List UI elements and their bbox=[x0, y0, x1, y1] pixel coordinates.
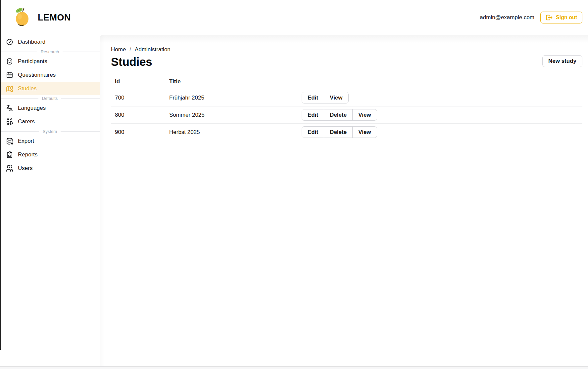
sign-out-button[interactable]: Sign out bbox=[540, 12, 582, 23]
row-actions: Edit Delete View bbox=[302, 126, 377, 138]
new-study-button[interactable]: New study bbox=[542, 55, 582, 67]
cell-id: 900 bbox=[111, 124, 165, 141]
table-row: 700 Frühjahr 2025 Edit View bbox=[111, 89, 582, 106]
sidebar-section-research: Research bbox=[0, 49, 100, 55]
sidebar: Dashboard Research Participants bbox=[0, 35, 100, 367]
clipboard-chart-icon bbox=[6, 151, 14, 159]
calendar-icon bbox=[6, 71, 14, 79]
sidebar-item-label: Participants bbox=[18, 58, 47, 65]
brand: LEMON bbox=[15, 7, 71, 28]
gauge-icon bbox=[6, 38, 14, 46]
logout-icon bbox=[546, 14, 553, 21]
cell-title: Frühjahr 2025 bbox=[165, 89, 298, 106]
studies-table: Id Title 700 Frühjahr 2025 Edit View bbox=[111, 77, 582, 141]
table-row: 900 Herbst 2025 Edit Delete View bbox=[111, 124, 582, 141]
cell-id: 700 bbox=[111, 89, 165, 106]
row-actions: Edit Delete View bbox=[302, 109, 377, 121]
language-icon bbox=[6, 104, 14, 112]
sidebar-item-dashboard[interactable]: Dashboard bbox=[0, 35, 100, 49]
breadcrumb-administration[interactable]: Administration bbox=[135, 46, 171, 53]
face-icon bbox=[6, 58, 14, 65]
sidebar-item-participants[interactable]: Participants bbox=[0, 55, 100, 68]
database-export-icon bbox=[6, 137, 14, 145]
cell-title: Sommer 2025 bbox=[165, 106, 298, 124]
section-label: System bbox=[43, 129, 57, 134]
lemon-icon bbox=[15, 7, 30, 28]
app-window: LEMON admin@example.com Sign out bbox=[0, 0, 588, 369]
sidebar-item-label: Studies bbox=[18, 85, 37, 92]
header-right: admin@example.com Sign out bbox=[480, 12, 582, 23]
sidebar-item-label: Users bbox=[18, 165, 32, 172]
edit-button[interactable]: Edit bbox=[302, 127, 324, 138]
cell-actions: Edit View bbox=[298, 89, 582, 106]
sidebar-item-label: Questionnaires bbox=[18, 72, 56, 78]
delete-button[interactable]: Delete bbox=[324, 109, 352, 120]
screen-edge-artifact bbox=[0, 0, 1, 350]
people-icon bbox=[6, 118, 14, 126]
table-row: 800 Sommer 2025 Edit Delete View bbox=[111, 106, 582, 124]
main-content: Home / Administration Studies New study … bbox=[100, 35, 588, 367]
sidebar-item-export[interactable]: Export bbox=[0, 134, 100, 148]
table-header-row: Id Title bbox=[111, 77, 582, 89]
cell-id: 800 bbox=[111, 106, 165, 124]
view-button[interactable]: View bbox=[324, 92, 348, 103]
sidebar-section-system: System bbox=[0, 128, 100, 134]
sidebar-item-carers[interactable]: Carers bbox=[0, 115, 100, 128]
section-label: Defaults bbox=[42, 96, 58, 101]
column-header-title: Title bbox=[165, 77, 298, 89]
sidebar-item-label: Export bbox=[18, 138, 34, 144]
user-email: admin@example.com bbox=[480, 14, 534, 21]
sidebar-item-label: Reports bbox=[18, 151, 38, 158]
view-button[interactable]: View bbox=[352, 127, 376, 138]
sidebar-item-studies[interactable]: Studies bbox=[0, 82, 100, 95]
view-button[interactable]: View bbox=[352, 109, 376, 120]
column-header-id: Id bbox=[111, 77, 165, 89]
cell-actions: Edit Delete View bbox=[298, 124, 582, 141]
users-icon bbox=[6, 164, 14, 172]
sidebar-item-label: Carers bbox=[18, 118, 35, 125]
window-bottom-edge bbox=[0, 366, 588, 369]
top-header: LEMON admin@example.com Sign out bbox=[0, 0, 588, 35]
row-actions: Edit View bbox=[302, 92, 349, 103]
sidebar-item-label: Languages bbox=[18, 105, 46, 111]
cell-actions: Edit Delete View bbox=[298, 106, 582, 124]
cell-title: Herbst 2025 bbox=[165, 124, 298, 141]
section-label: Research bbox=[41, 49, 59, 54]
sidebar-section-defaults: Defaults bbox=[0, 95, 100, 101]
sidebar-item-reports[interactable]: Reports bbox=[0, 148, 100, 161]
sidebar-item-languages[interactable]: Languages bbox=[0, 101, 100, 115]
edit-button[interactable]: Edit bbox=[302, 109, 324, 120]
sidebar-item-questionnaires[interactable]: Questionnaires bbox=[0, 68, 100, 82]
edit-button[interactable]: Edit bbox=[302, 92, 324, 103]
delete-button[interactable]: Delete bbox=[324, 127, 352, 138]
brand-title: LEMON bbox=[38, 13, 71, 23]
sidebar-item-users[interactable]: Users bbox=[0, 161, 100, 175]
sidebar-item-label: Dashboard bbox=[18, 39, 45, 45]
breadcrumb-home[interactable]: Home bbox=[111, 46, 126, 53]
page-title: Studies bbox=[111, 56, 582, 68]
map-search-icon bbox=[6, 85, 14, 93]
column-header-actions bbox=[298, 77, 582, 89]
sign-out-label: Sign out bbox=[556, 15, 577, 20]
breadcrumb: Home / Administration bbox=[111, 46, 582, 53]
breadcrumb-separator: / bbox=[129, 46, 131, 53]
